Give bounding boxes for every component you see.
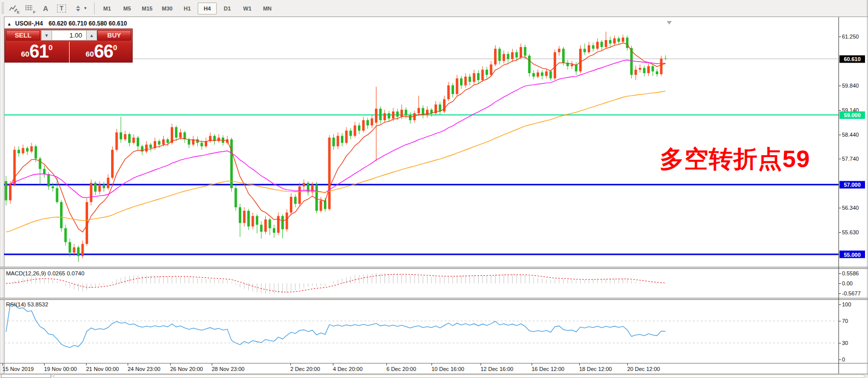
price-badge-57.000: 57.000 xyxy=(839,181,865,188)
sell-price[interactable]: 60 61 0 xyxy=(5,42,69,63)
price-tick-label: 61.250 xyxy=(842,34,859,40)
window-right-edge xyxy=(867,0,867,378)
collapse-panel-icon[interactable]: ▲ xyxy=(7,22,12,27)
macd-top-border xyxy=(0,268,868,269)
date-label: 4 Dec 20:00 xyxy=(333,366,362,372)
date-label: 19 Nov 00:00 xyxy=(44,366,77,372)
toolbar-separator xyxy=(94,3,95,15)
rsi-tick-mark xyxy=(839,304,841,305)
date-label: 2 Dec 20:00 xyxy=(290,366,320,372)
timeframe-button-w1[interactable]: W1 xyxy=(238,3,257,15)
macd-indicator-chart[interactable] xyxy=(0,269,839,298)
symbol-header: ▲ USOil-,H4 60.620 60.710 60.580 60.610 xyxy=(7,20,127,27)
price-tick-label: 56.340 xyxy=(842,205,859,211)
label-tool-icon[interactable]: A xyxy=(39,3,53,15)
date-tick-mark xyxy=(579,363,580,365)
moving-average-slow xyxy=(6,91,666,232)
timeframe-button-mn[interactable]: MN xyxy=(258,3,277,15)
macd-tick-mark xyxy=(839,283,841,284)
timeframe-button-d1[interactable]: D1 xyxy=(218,3,237,15)
date-tick-mark xyxy=(333,363,333,365)
date-tick-mark xyxy=(290,363,291,365)
date-tick-mark xyxy=(128,363,128,365)
date-label: 12 Dec 16:00 xyxy=(481,366,513,372)
date-tick-mark xyxy=(44,363,45,365)
date-label: 10 Dec 16:00 xyxy=(431,366,464,372)
mt4-window: E F A T ▼ M1M5M15M30H1H4D1W1MN ▲ USOil-,… xyxy=(0,0,868,378)
textbox-tool-icon[interactable]: T xyxy=(55,3,69,15)
timeframe-button-m15[interactable]: M15 xyxy=(138,3,157,15)
date-label: 28 Nov 23:00 xyxy=(212,366,244,372)
timeframe-button-h1[interactable]: H1 xyxy=(178,3,197,15)
rsi-indicator-chart[interactable] xyxy=(0,299,839,363)
arrows-tool-icon[interactable]: ▼ xyxy=(71,3,91,15)
buy-price-integer: 60 xyxy=(86,50,94,58)
rsi-scale-label: 100 xyxy=(842,301,851,307)
buy-price-point: 0 xyxy=(113,43,117,52)
rsi-line xyxy=(6,304,666,347)
grid-icon[interactable]: F xyxy=(23,3,37,15)
date-tick-mark xyxy=(481,363,481,365)
moving-average-fast xyxy=(6,43,666,232)
timeframe-button-h4[interactable]: H4 xyxy=(198,3,217,15)
macd-scale-label: 0.5586 xyxy=(842,270,859,276)
volume-decrease-button[interactable]: ▼ xyxy=(42,31,52,40)
sell-price-integer: 60 xyxy=(21,50,30,58)
timeframe-button-m1[interactable]: M1 xyxy=(98,3,117,15)
macd-scale-label: -0.5677 xyxy=(842,290,860,296)
price-tick-label: 57.740 xyxy=(842,156,859,162)
horizontal-scrollbar[interactable] xyxy=(54,374,864,378)
price-tick-label: 55.630 xyxy=(842,229,859,235)
volume-input[interactable]: 1.00 xyxy=(52,31,87,40)
price-axis-border xyxy=(838,17,839,373)
quick-navigation-box[interactable] xyxy=(1,374,51,378)
macd-tick-mark xyxy=(839,293,841,294)
buy-price-pips: 66 xyxy=(94,42,113,62)
buy-price[interactable]: 60 66 0 xyxy=(70,42,133,63)
chart-annotation-text[interactable]: 多空转折点59 xyxy=(660,143,810,175)
price-tick-label: 58.440 xyxy=(842,132,859,138)
moving-average-mid xyxy=(6,60,666,198)
date-tick-mark xyxy=(170,363,171,365)
indicators-icon[interactable]: E xyxy=(7,3,21,15)
timeframe-group: M1M5M15M30H1H4D1W1MN xyxy=(97,3,277,15)
macd-signal-line xyxy=(6,274,666,292)
rsi-scale-label: 30 xyxy=(842,340,848,346)
rsi-tick-mark xyxy=(839,321,841,321)
date-tick-mark xyxy=(532,363,532,365)
date-label: 20 Dec 12:00 xyxy=(627,366,660,372)
price-tick-mark xyxy=(839,159,841,159)
buy-button[interactable]: BUY xyxy=(97,30,131,41)
price-badge-55.000: 55.000 xyxy=(839,251,865,258)
toolbar-grip[interactable] xyxy=(2,3,4,15)
chart-shift-marker-icon[interactable] xyxy=(667,21,672,25)
trade-controls-row: SELL ▼ 1.00 ▲ BUY xyxy=(5,29,132,42)
price-tick-mark xyxy=(839,37,841,37)
timeframe-button-m5[interactable]: M5 xyxy=(118,3,137,15)
date-label: 18 Dec 12:00 xyxy=(579,366,612,372)
rsi-tick-mark xyxy=(839,359,841,360)
price-tick-mark xyxy=(839,110,841,111)
price-tick-mark xyxy=(839,208,841,208)
rsi-tick-mark xyxy=(839,343,841,343)
date-label: 15 Nov 2019 xyxy=(3,366,34,372)
price-tick-mark xyxy=(839,232,841,233)
price-tick-label: 59.840 xyxy=(842,83,859,89)
price-badge-60.610: 60.610 xyxy=(839,55,865,63)
toolbar: E F A T ▼ M1M5M15M30H1H4D1W1MN xyxy=(0,0,868,17)
one-click-trade-panel: SELL ▼ 1.00 ▲ BUY 60 61 0 60 66 0 xyxy=(5,29,133,63)
macd-scale-label: 0.00 xyxy=(842,280,852,286)
volume-increase-button[interactable]: ▲ xyxy=(87,31,97,40)
date-tick-mark xyxy=(3,363,3,365)
volume-stepper: ▼ 1.00 ▲ xyxy=(41,30,97,41)
date-label: 21 Nov 00:00 xyxy=(86,366,119,372)
date-label: 26 Nov 20:00 xyxy=(170,366,203,372)
price-tick-mark xyxy=(839,135,841,135)
sell-button[interactable]: SELL xyxy=(6,30,40,41)
macd-tick-mark xyxy=(839,273,841,274)
rsi-label: RSI(14) 53.8532 xyxy=(6,301,48,307)
date-tick-mark xyxy=(86,363,87,365)
date-tick-mark xyxy=(431,363,432,365)
timeframe-button-m30[interactable]: M30 xyxy=(158,3,177,15)
date-label: 24 Nov 23:00 xyxy=(128,366,160,372)
